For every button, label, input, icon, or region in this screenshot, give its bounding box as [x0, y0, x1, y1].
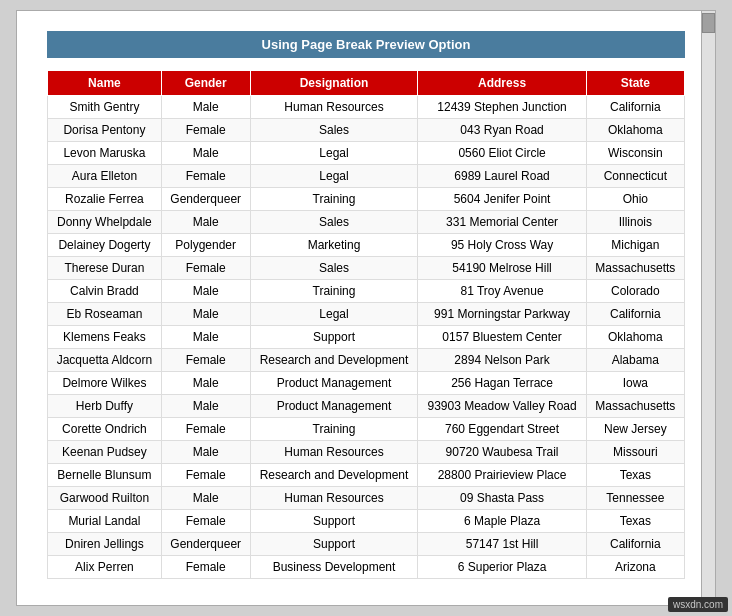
- table-cell: Product Management: [250, 372, 418, 395]
- table-row: Levon MaruskaMaleLegal0560 Eliot CircleW…: [48, 142, 685, 165]
- table-cell: Male: [161, 487, 250, 510]
- table-cell: Male: [161, 372, 250, 395]
- table-cell: Dniren Jellings: [48, 533, 162, 556]
- table-cell: Legal: [250, 142, 418, 165]
- table-cell: 57147 1st Hill: [418, 533, 586, 556]
- table-cell: Delmore Wilkes: [48, 372, 162, 395]
- table-cell: 991 Morningstar Parkway: [418, 303, 586, 326]
- table-cell: Iowa: [586, 372, 684, 395]
- table-row: Dorisa PentonyFemaleSales043 Ryan RoadOk…: [48, 119, 685, 142]
- table-cell: Wisconsin: [586, 142, 684, 165]
- table-cell: Product Management: [250, 395, 418, 418]
- table-cell: California: [586, 303, 684, 326]
- table-cell: Herb Duffy: [48, 395, 162, 418]
- table-cell: Support: [250, 533, 418, 556]
- table-row: Keenan PudseyMaleHuman Resources90720 Wa…: [48, 441, 685, 464]
- table-cell: Sales: [250, 211, 418, 234]
- table-cell: Murial Landal: [48, 510, 162, 533]
- table-cell: 0157 Bluestem Center: [418, 326, 586, 349]
- table-cell: 90720 Waubesa Trail: [418, 441, 586, 464]
- table-cell: Training: [250, 418, 418, 441]
- table-cell: Donny Whelpdale: [48, 211, 162, 234]
- table-cell: 81 Troy Avenue: [418, 280, 586, 303]
- table-cell: Human Resources: [250, 487, 418, 510]
- column-header-gender: Gender: [161, 71, 250, 96]
- table-cell: Female: [161, 349, 250, 372]
- scrollbar[interactable]: [701, 11, 715, 605]
- table-row: Alix PerrenFemaleBusiness Development6 S…: [48, 556, 685, 579]
- table-cell: Eb Roseaman: [48, 303, 162, 326]
- table-cell: Research and Development: [250, 464, 418, 487]
- table-cell: Alabama: [586, 349, 684, 372]
- page-title: Using Page Break Preview Option: [47, 31, 685, 58]
- table-row: Smith GentryMaleHuman Resources12439 Ste…: [48, 96, 685, 119]
- table-cell: Male: [161, 280, 250, 303]
- table-cell: Jacquetta Aldcorn: [48, 349, 162, 372]
- table-cell: 09 Shasta Pass: [418, 487, 586, 510]
- table-cell: Calvin Bradd: [48, 280, 162, 303]
- table-cell: Support: [250, 326, 418, 349]
- table-cell: Business Development: [250, 556, 418, 579]
- table-cell: 95 Holy Cross Way: [418, 234, 586, 257]
- table-header-row: NameGenderDesignationAddressState: [48, 71, 685, 96]
- table-cell: Levon Maruska: [48, 142, 162, 165]
- table-cell: 12439 Stephen Junction: [418, 96, 586, 119]
- table-cell: Connecticut: [586, 165, 684, 188]
- table-cell: Texas: [586, 510, 684, 533]
- table-row: Eb RoseamanMaleLegal991 Morningstar Park…: [48, 303, 685, 326]
- table-cell: Female: [161, 119, 250, 142]
- table-cell: 2894 Nelson Park: [418, 349, 586, 372]
- watermark: wsxdn.com: [668, 597, 728, 612]
- table-cell: Male: [161, 96, 250, 119]
- table-row: Herb DuffyMaleProduct Management93903 Me…: [48, 395, 685, 418]
- table-row: Jacquetta AldcornFemaleResearch and Deve…: [48, 349, 685, 372]
- table-cell: Smith Gentry: [48, 96, 162, 119]
- table-cell: Colorado: [586, 280, 684, 303]
- data-table: NameGenderDesignationAddressState Smith …: [47, 70, 685, 579]
- table-cell: Tennessee: [586, 487, 684, 510]
- table-cell: Arizona: [586, 556, 684, 579]
- column-header-name: Name: [48, 71, 162, 96]
- table-cell: Dorisa Pentony: [48, 119, 162, 142]
- table-cell: Human Resources: [250, 441, 418, 464]
- table-cell: 331 Memorial Center: [418, 211, 586, 234]
- table-cell: Sales: [250, 257, 418, 280]
- table-cell: Missouri: [586, 441, 684, 464]
- table-cell: 6989 Laurel Road: [418, 165, 586, 188]
- table-cell: Keenan Pudsey: [48, 441, 162, 464]
- table-cell: Sales: [250, 119, 418, 142]
- table-cell: Marketing: [250, 234, 418, 257]
- table-row: Corette OndrichFemaleTraining760 Eggenda…: [48, 418, 685, 441]
- table-cell: Texas: [586, 464, 684, 487]
- table-row: Garwood RuiltonMaleHuman Resources09 Sha…: [48, 487, 685, 510]
- scrollbar-thumb[interactable]: [702, 13, 715, 33]
- table-cell: Female: [161, 418, 250, 441]
- table-cell: Training: [250, 280, 418, 303]
- table-cell: Polygender: [161, 234, 250, 257]
- table-body: Smith GentryMaleHuman Resources12439 Ste…: [48, 96, 685, 579]
- table-cell: 6 Superior Plaza: [418, 556, 586, 579]
- table-cell: Female: [161, 165, 250, 188]
- table-cell: Legal: [250, 165, 418, 188]
- table-cell: Male: [161, 142, 250, 165]
- table-cell: Male: [161, 441, 250, 464]
- table-cell: Female: [161, 556, 250, 579]
- table-cell: Alix Perren: [48, 556, 162, 579]
- table-cell: Massachusetts: [586, 395, 684, 418]
- table-cell: 256 Hagan Terrace: [418, 372, 586, 395]
- page-wrapper: Using Page Break Preview Option NameGend…: [16, 10, 716, 606]
- table-cell: 0560 Eliot Circle: [418, 142, 586, 165]
- table-row: Dniren JellingsGenderqueerSupport57147 1…: [48, 533, 685, 556]
- table-row: Rozalie FerreaGenderqueerTraining5604 Je…: [48, 188, 685, 211]
- table-cell: Bernelle Blunsum: [48, 464, 162, 487]
- table-cell: Michigan: [586, 234, 684, 257]
- table-cell: California: [586, 533, 684, 556]
- table-cell: 760 Eggendart Street: [418, 418, 586, 441]
- table-cell: Female: [161, 464, 250, 487]
- table-cell: New Jersey: [586, 418, 684, 441]
- table-row: Delmore WilkesMaleProduct Management256 …: [48, 372, 685, 395]
- table-cell: 54190 Melrose Hill: [418, 257, 586, 280]
- table-cell: Corette Ondrich: [48, 418, 162, 441]
- table-row: Delainey DogertyPolygenderMarketing95 Ho…: [48, 234, 685, 257]
- table-cell: Male: [161, 395, 250, 418]
